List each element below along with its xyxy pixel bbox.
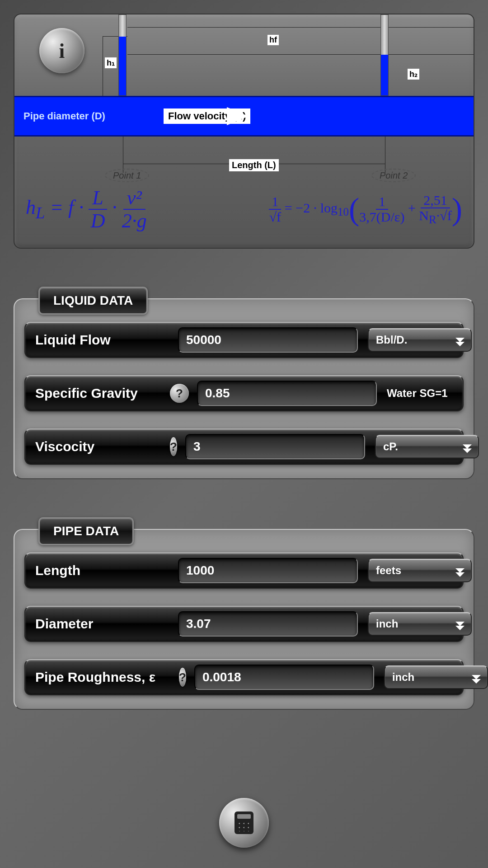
- diameter-input[interactable]: [178, 611, 358, 637]
- length-label: Length: [35, 563, 162, 578]
- length-unit-dropdown[interactable]: feets: [368, 559, 472, 582]
- hf-label: hf: [267, 35, 279, 45]
- roughness-row: Pipe Roughness, ε ? inch: [24, 659, 464, 695]
- specific-gravity-label: Specific Gravity: [35, 386, 162, 401]
- specific-gravity-input[interactable]: [197, 381, 377, 406]
- info-button[interactable]: i: [39, 28, 84, 73]
- pipe-data-section: PIPE DATA Length feets Diameter inch Pip…: [14, 529, 474, 710]
- arrow-right-icon: [227, 107, 249, 125]
- h1-label: h₁: [105, 57, 117, 68]
- manometer-column-1: [118, 14, 127, 96]
- specific-gravity-row: Specific Gravity ? Water SG=1: [24, 375, 464, 411]
- viscosity-unit-dropdown[interactable]: cP.: [375, 435, 479, 458]
- liquid-flow-unit-dropdown[interactable]: Bbl/D.: [368, 328, 472, 352]
- liquid-flow-label: Liquid Flow: [35, 332, 162, 348]
- liquid-flow-input[interactable]: [178, 327, 358, 353]
- equations: hL = f · LD · v²2·g 1√f = −2 · log10(13,…: [26, 186, 462, 232]
- diameter-row: Diameter inch: [24, 606, 464, 642]
- roughness-input[interactable]: [194, 665, 374, 690]
- diameter-unit-dropdown[interactable]: inch: [368, 612, 472, 636]
- help-icon[interactable]: ?: [170, 437, 177, 456]
- pipe-band: Pipe diameter (D) Flow velocity (u): [14, 96, 474, 137]
- pipe-diameter-label: Pipe diameter (D): [23, 110, 105, 122]
- help-icon[interactable]: ?: [170, 384, 189, 403]
- length-label: Length (L): [229, 159, 279, 171]
- calculator-icon: [235, 811, 253, 834]
- specific-gravity-note: Water SG=1: [387, 387, 448, 400]
- liquid-flow-row: Liquid Flow Bbl/D.: [24, 322, 464, 358]
- viscosity-input[interactable]: [185, 434, 365, 459]
- manometer-column-2: [380, 14, 389, 96]
- h2-label: h₂: [408, 69, 419, 80]
- length-input[interactable]: [178, 558, 358, 583]
- darcy-equation: hL = f · LD · v²2·g: [26, 186, 147, 232]
- viscosity-label: Viscocity: [35, 439, 162, 454]
- help-icon[interactable]: ?: [179, 668, 186, 687]
- pipe-data-title: PIPE DATA: [38, 517, 134, 545]
- liquid-data-section: LIQUID DATA Liquid Flow Bbl/D. Specific …: [14, 298, 474, 479]
- liquid-data-title: LIQUID DATA: [38, 287, 148, 315]
- pipe-flow-diagram: i h₁ h₂ hf Pipe diameter (D) Flow veloci…: [14, 14, 474, 249]
- point-2-label: Point 2: [371, 170, 416, 181]
- point-1-label: Point 1: [105, 170, 149, 181]
- viscosity-row: Viscocity ? cP.: [24, 429, 464, 465]
- roughness-label: Pipe Roughness, ε: [35, 670, 171, 685]
- colebrook-equation: 1√f = −2 · log10(13,7(D/ε) + 2,51NR·√f): [269, 191, 462, 227]
- roughness-unit-dropdown[interactable]: inch: [384, 665, 488, 689]
- calculate-button[interactable]: [219, 798, 269, 848]
- diameter-label: Diameter: [35, 616, 162, 632]
- length-row: Length feets: [24, 552, 464, 589]
